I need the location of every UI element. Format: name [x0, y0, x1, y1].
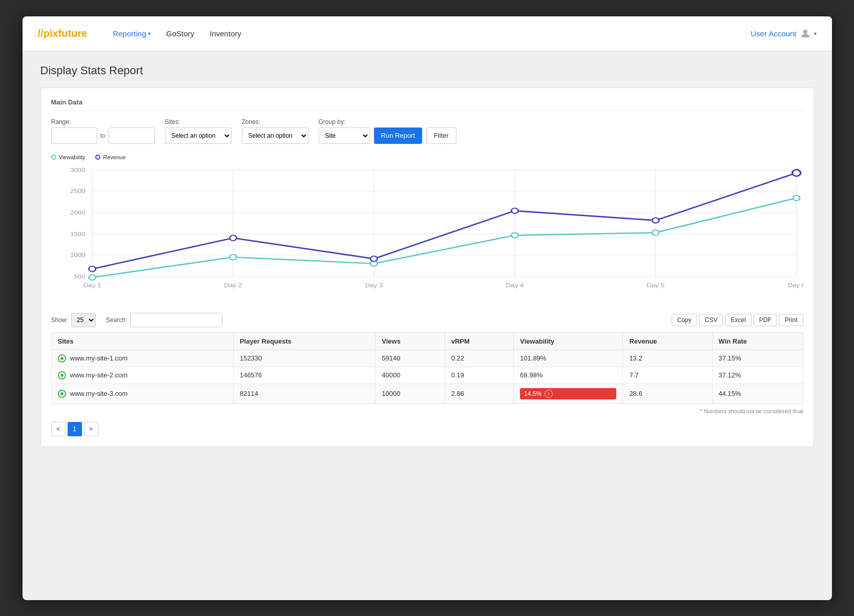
site-icon-1: [58, 354, 66, 363]
svg-text:1500: 1500: [70, 231, 86, 237]
table-controls: Show: 25 Search: Copy CSV Excel PDF: [51, 313, 803, 327]
user-avatar-icon: [800, 28, 811, 39]
nav-links: Reporting ▾ GoStory Inventory: [113, 29, 751, 38]
revenue-legend-item: Revenue: [95, 154, 126, 160]
col-views: Views: [376, 332, 445, 350]
revenue-3: 28.6: [623, 384, 712, 403]
filter-button[interactable]: Filter: [426, 128, 456, 144]
svg-point-0: [803, 30, 807, 34]
svg-text:Day 6: Day 6: [787, 282, 803, 288]
table-row: www.my-site-3.com 82114 10000 2.86 14.5%…: [51, 384, 803, 403]
svg-text:Day 3: Day 3: [365, 282, 383, 288]
table-row: www.my-site-2.com 146576 40000 0.19 68.9…: [51, 367, 803, 384]
range-from-input[interactable]: [51, 128, 97, 144]
viewability-legend-dot: [51, 155, 56, 160]
viewability-dot-2: [230, 254, 236, 260]
table-left-controls: Show: 25 Search:: [51, 313, 223, 327]
views-2: 40000: [376, 367, 445, 384]
site-icon-2: [58, 371, 66, 379]
svg-text:Day 1: Day 1: [83, 282, 101, 288]
footnote: * Numbers should not be considered final: [51, 408, 803, 414]
logo-prefix: //: [38, 28, 44, 39]
nav-right: User Account ▾: [751, 28, 816, 39]
info-icon[interactable]: i: [545, 390, 553, 398]
revenue-dot-1: [89, 266, 95, 271]
sites-select[interactable]: Select an option: [165, 128, 232, 144]
run-report-button[interactable]: Run Report: [374, 128, 422, 144]
win-rate-2: 37.12%: [712, 367, 803, 384]
vrpm-1: 0.22: [445, 350, 513, 367]
revenue-line: [92, 173, 797, 269]
card-title: Main Data: [51, 98, 803, 111]
export-buttons: Copy CSV Excel PDF Print: [672, 314, 803, 326]
group-by-controls: Site Run Report Filter: [319, 128, 456, 144]
viewability-legend-label: Viewability: [59, 154, 86, 160]
search-group: Search:: [106, 313, 222, 327]
revenue-1: 13.2: [623, 350, 712, 367]
table-row: www.my-site-1.com 152330 59140 0.22 101.…: [51, 350, 803, 367]
site-icon-3: [58, 390, 66, 398]
page-1-button[interactable]: 1: [68, 422, 82, 436]
win-rate-3: 44.15%: [712, 384, 803, 403]
revenue-dot-2: [230, 235, 236, 240]
revenue-dot-6: [792, 169, 800, 176]
show-select[interactable]: 25: [71, 313, 96, 327]
svg-text:500: 500: [74, 273, 86, 280]
nav-reporting[interactable]: Reporting ▾: [113, 29, 151, 38]
chart-svg: 3000 2500 2000 1500 1000 500 Day 1 Day 2…: [51, 164, 803, 292]
viewability-dot-1: [89, 274, 95, 280]
search-input[interactable]: [130, 313, 222, 327]
player-requests-1: 152330: [233, 350, 375, 367]
zones-label: Zones:: [242, 118, 308, 125]
print-button[interactable]: Print: [779, 314, 803, 326]
viewability-badge: 14.5% i: [520, 388, 616, 399]
prev-page-button[interactable]: <: [51, 422, 66, 436]
viewability-line: [92, 198, 797, 277]
range-to-input[interactable]: [109, 128, 155, 144]
range-separator: to: [100, 132, 106, 139]
copy-button[interactable]: Copy: [672, 314, 697, 326]
navbar: //pixfuture Reporting ▾ GoStory Inventor…: [23, 16, 832, 51]
nav-gostory[interactable]: GoStory: [166, 29, 194, 38]
search-label: Search:: [106, 316, 127, 324]
revenue-dot-3: [370, 256, 377, 261]
site-cell-2: www.my-site-2.com: [51, 367, 233, 384]
vrpm-2: 0.19: [445, 367, 513, 384]
zones-select[interactable]: Select an option: [242, 128, 308, 144]
filter-row: Range: to Sites: Select an option Zones:: [51, 118, 803, 144]
viewability-dot-6: [793, 195, 799, 200]
group-by-group: Group by: Site Run Report Filter: [319, 118, 456, 144]
nav-inventory[interactable]: Inventory: [210, 29, 241, 38]
page-title: Display Stats Report: [40, 64, 814, 77]
csv-button[interactable]: CSV: [699, 314, 723, 326]
user-account-link[interactable]: User Account ▾: [751, 28, 816, 39]
group-by-select[interactable]: Site: [319, 128, 370, 144]
viewability-legend-item: Viewability: [51, 154, 86, 160]
excel-button[interactable]: Excel: [725, 314, 751, 326]
col-sites: Sites: [51, 332, 233, 350]
col-revenue: Revenue: [623, 332, 712, 350]
svg-text:1000: 1000: [70, 252, 86, 258]
svg-text:2500: 2500: [70, 188, 86, 194]
col-viewability: Viewability: [514, 332, 623, 350]
group-by-label: Group by:: [319, 118, 456, 125]
sites-filter-group: Sites: Select an option: [165, 118, 232, 144]
logo[interactable]: //pixfuture: [38, 28, 88, 39]
viewability-badge-cell-3: 14.5% i: [514, 384, 623, 403]
range-inputs: to: [51, 128, 155, 144]
revenue-dot-5: [652, 218, 659, 223]
svg-text:2000: 2000: [70, 209, 86, 216]
viewability-1: 101.89%: [514, 350, 623, 367]
show-group: Show: 25: [51, 313, 96, 327]
main-content: Display Stats Report Main Data Range: to…: [23, 51, 832, 600]
logo-name: pixfuture: [44, 28, 88, 39]
sites-label: Sites:: [165, 118, 232, 125]
col-player-requests: Player Requests: [233, 332, 375, 350]
viewability-2: 68.98%: [514, 367, 623, 384]
col-vrpm: vRPM: [445, 332, 513, 350]
next-page-button[interactable]: >: [84, 422, 98, 436]
pdf-button[interactable]: PDF: [754, 314, 777, 326]
player-requests-2: 146576: [233, 367, 375, 384]
win-rate-1: 37.15%: [712, 350, 803, 367]
revenue-dot-4: [511, 208, 518, 213]
